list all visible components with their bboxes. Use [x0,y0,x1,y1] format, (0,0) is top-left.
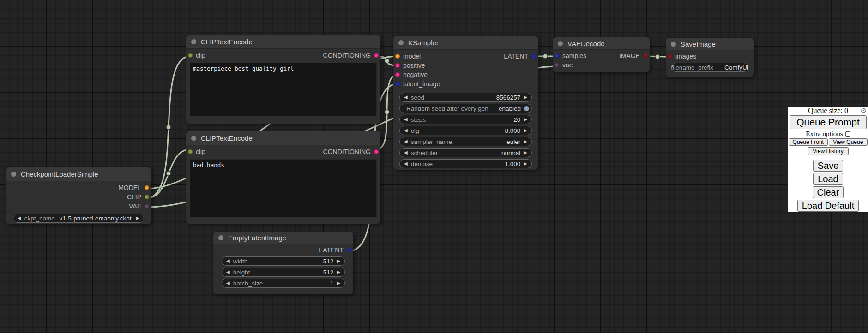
node-cliptextencode-negative[interactable]: CLIPTextEncode clip CONDITIONING bad han… [186,131,380,224]
output-port-conditioning[interactable] [374,149,379,154]
output-port-latent[interactable] [347,248,351,252]
positive-prompt-textarea[interactable]: masterpiece best quality girl [190,63,377,116]
stepper-left-icon[interactable]: ◀ [404,150,408,155]
node-collapse-dot[interactable] [191,136,196,141]
node-title-bar[interactable]: VAEDecode [553,37,650,50]
load-default-button[interactable]: Load Default [797,200,859,212]
queue-front-button[interactable]: Queue Front [789,138,828,146]
node-title-bar[interactable]: CLIPTextEncode [186,131,380,145]
settings-gear-icon[interactable]: ⚙ [861,107,867,115]
node-collapse-dot[interactable] [191,39,196,44]
stepper-left-icon[interactable]: ◀ [404,95,408,100]
input-label: positive [403,62,425,69]
stepper-right-icon[interactable]: ▶ [524,150,527,155]
scheduler-widget[interactable]: ◀ scheduler normal ▶ [399,148,532,157]
steps-widget[interactable]: ◀ steps 20 ▶ [399,115,532,124]
stepper-right-icon[interactable]: ▶ [337,270,340,274]
output-port-vae[interactable] [145,204,149,208]
stepper-left-icon[interactable]: ◀ [404,128,408,133]
queue-prompt-button[interactable]: Queue Prompt [790,115,867,129]
widget-label: steps [411,116,426,123]
input-port-negative[interactable] [395,72,400,77]
stepper-right-icon[interactable]: ▶ [524,161,527,166]
stepper-left-icon[interactable]: ◀ [226,259,230,263]
denoise-widget[interactable]: ◀ denoise 1.000 ▶ [399,159,532,168]
output-port-latent[interactable] [531,54,536,59]
stepper-right-icon[interactable]: ▶ [337,281,340,285]
widget-label: filename_prefix [671,64,713,71]
widget-value: 512 [323,258,334,265]
node-cliptextencode-positive[interactable]: CLIPTextEncode clip CONDITIONING masterp… [186,35,380,124]
extra-options-checkbox[interactable] [845,131,850,137]
random-seed-toggle-widget[interactable]: Random seed after every gen enabled [399,104,532,113]
node-collapse-dot[interactable] [218,235,223,240]
input-port-clip[interactable] [188,149,193,154]
node-collapse-dot[interactable] [558,41,563,46]
stepper-right-icon[interactable]: ▶ [136,216,139,220]
node-title-bar[interactable]: SaveImage [666,38,754,50]
node-title-bar[interactable]: KSampler [393,36,538,50]
output-port-model[interactable] [145,185,149,190]
stepper-left-icon[interactable]: ◀ [18,216,21,220]
stepper-left-icon[interactable]: ◀ [226,270,230,274]
stepper-right-icon[interactable]: ▶ [524,139,527,144]
widget-label: scheduler [411,149,438,156]
input-port-images[interactable] [668,54,672,59]
filename-prefix-widget[interactable]: filename_prefix ComfyUI [671,63,748,72]
node-collapse-dot[interactable] [671,42,676,47]
stepper-left-icon[interactable]: ◀ [404,139,408,144]
stepper-left-icon[interactable]: ◀ [226,281,230,285]
stepper-right-icon[interactable]: ▶ [524,117,527,122]
widget-value: enabled [499,105,521,112]
comfy-menu-panel: Queue size: 0 ⚙ Queue Prompt Extra optio… [788,107,868,212]
widget-value: v1-5-pruned-emaonly.ckpt [60,215,132,222]
node-saveimage[interactable]: SaveImage images filename_prefix ComfyUI [666,38,754,77]
input-label: latent_image [403,80,440,88]
batch-size-widget[interactable]: ◀ batch_size 1 ▶ [222,279,345,288]
stepper-right-icon[interactable]: ▶ [337,259,340,263]
node-checkpointloadersimple[interactable]: CheckpointLoaderSimple MODEL CLIP VAE ◀ … [6,167,151,224]
link-midpoint-dot [655,54,660,59]
negative-prompt-textarea[interactable]: bad hands [190,159,377,217]
stepper-left-icon[interactable]: ◀ [404,117,408,122]
widget-value: euler [506,138,520,145]
input-port-clip[interactable] [188,53,193,58]
node-title-bar[interactable]: CLIPTextEncode [186,35,380,49]
clear-button[interactable]: Clear [813,186,844,198]
node-title-bar[interactable]: EmptyLatentImage [213,232,353,244]
output-label: LATENT [319,246,344,254]
node-title-bar[interactable]: CheckpointLoaderSimple [6,167,151,181]
node-vaedecode[interactable]: VAEDecode samples IMAGE vae [553,37,650,72]
input-port-model[interactable] [395,54,400,59]
input-port-latent-image[interactable] [395,82,400,86]
widget-value: ComfyUI [724,64,749,71]
stepper-right-icon[interactable]: ▶ [524,95,527,100]
input-port-samples[interactable] [555,54,559,58]
output-port-image[interactable] [643,54,648,58]
input-port-vae[interactable] [555,63,559,67]
seed-widget[interactable]: ◀ seed 8566257 ▶ [399,93,532,102]
save-button[interactable]: Save [813,160,844,172]
height-widget[interactable]: ◀ height 512 ▶ [222,268,345,277]
output-port-clip[interactable] [145,195,149,199]
load-button[interactable]: Load [813,173,843,185]
stepper-left-icon[interactable]: ◀ [404,161,408,166]
ckpt-name-widget[interactable]: ◀ ckpt_name v1-5-pruned-emaonly.ckpt ▶ [13,214,144,223]
output-port-conditioning[interactable] [374,53,379,58]
width-widget[interactable]: ◀ width 512 ▶ [222,256,345,266]
node-collapse-dot[interactable] [11,172,16,177]
node-collapse-dot[interactable] [398,40,404,45]
node-title: CLIPTextEncode [201,38,253,46]
toggle-on-indicator[interactable] [524,106,529,111]
cfg-widget[interactable]: ◀ cfg 8.000 ▶ [399,126,532,135]
input-port-positive[interactable] [395,63,400,68]
stepper-right-icon[interactable]: ▶ [524,128,527,133]
view-history-button[interactable]: View History [808,147,848,155]
queue-size-label: Queue size: 0 [808,107,848,114]
widget-value: 8566257 [496,94,521,101]
view-queue-button[interactable]: View Queue [829,138,868,146]
node-emptylatentimage[interactable]: EmptyLatentImage LATENT ◀ width 512 ▶ ◀ … [213,232,353,294]
sampler-name-widget[interactable]: ◀ sampler_name euler ▶ [399,137,532,146]
node-ksampler[interactable]: KSampler model LATENT positive negative … [393,36,538,170]
input-label: clip [196,148,205,155]
